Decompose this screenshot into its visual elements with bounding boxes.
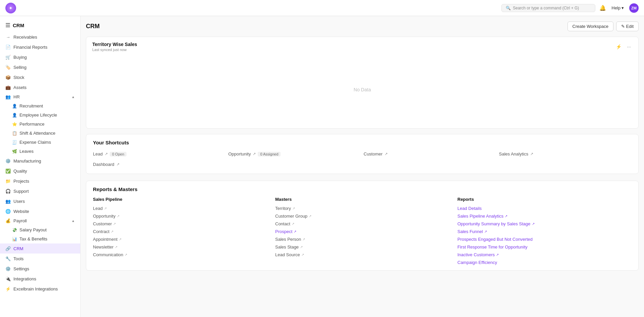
shortcut-customer[interactable]: Customer ↗: [364, 150, 496, 158]
list-item-territory[interactable]: Territory ↗: [275, 206, 449, 211]
list-item-appointment[interactable]: Appointment ↗: [93, 237, 267, 242]
list-item-sales-stage[interactable]: Sales Stage ↗: [275, 244, 449, 250]
sidebar-group-hr-label[interactable]: 👥 HR: [5, 94, 20, 99]
more-options-button[interactable]: ···: [626, 43, 632, 50]
chevron-up-icon: ▲: [71, 219, 75, 223]
sidebar-group-hr[interactable]: 👥 HR ▲: [0, 92, 80, 101]
list-item-campaign-efficiency[interactable]: Campaign Efficiency: [457, 260, 632, 265]
sidebar-item-receivables[interactable]: → Receivables: [0, 32, 80, 42]
sidebar-item-leaves[interactable]: 🌿 Leaves: [0, 147, 80, 156]
list-item-opportunity-summary[interactable]: Opportunity Summary by Sales Stage ↗: [457, 221, 632, 226]
sidebar-group-payroll[interactable]: 💰 Payroll ▲: [0, 216, 80, 225]
list-item-customer[interactable]: Customer ↗: [93, 221, 267, 226]
avatar[interactable]: ZM: [629, 3, 639, 13]
sidebar-item-label: Manufacturing: [13, 158, 41, 164]
layout: ☰ CRM → Receivables 📄 Financial Reports …: [0, 16, 644, 317]
list-item-opportunity[interactable]: Opportunity ↗: [93, 214, 267, 219]
filter-button[interactable]: ⚡: [614, 43, 623, 50]
list-item-sales-funnel[interactable]: Sales Funnel ↗: [457, 229, 632, 234]
sidebar-item-users[interactable]: 👥 Users: [0, 196, 80, 206]
help-label: Help: [611, 5, 621, 10]
sidebar-item-label: Projects: [13, 179, 29, 184]
sidebar-item-performance[interactable]: ⭐ Performance: [0, 120, 80, 129]
sidebar-item-label: Shift & Attendance: [19, 131, 55, 136]
arrow-right-icon: →: [5, 34, 11, 40]
sidebar-item-financial-reports[interactable]: 📄 Financial Reports: [0, 42, 80, 52]
sidebar-item-settings[interactable]: ⚙️ Settings: [0, 264, 80, 274]
sidebar-item-tools[interactable]: 🔧 Tools: [0, 254, 80, 264]
sidebar-item-tax-benefits[interactable]: 📊 Tax & Benefits: [0, 234, 80, 243]
sidebar-header: ☰ CRM: [0, 19, 80, 32]
list-item-prospects-engaged[interactable]: Prospects Engaged But Not Converted: [457, 237, 632, 242]
list-item-first-response-time[interactable]: First Response Time for Opportunity: [457, 244, 632, 250]
shortcut-sales-analytics[interactable]: Sales Analytics ↗: [499, 150, 632, 158]
list-item-lead[interactable]: Lead ↗: [93, 206, 267, 211]
masters-list: Territory ↗ Customer Group ↗ Contact ↗ P…: [275, 206, 449, 257]
users-icon: 👥: [5, 198, 11, 204]
reports-title: Reports: [457, 197, 632, 202]
sidebar-item-quality[interactable]: ✅ Quality: [0, 166, 80, 176]
arrow-icon: ↗: [302, 237, 305, 241]
list-item-lead-details[interactable]: Lead Details: [457, 206, 632, 211]
stock-icon: 📦: [5, 75, 11, 80]
list-item-customer-group[interactable]: Customer Group ↗: [275, 214, 449, 219]
sidebar-item-projects[interactable]: 📁 Projects: [0, 176, 80, 186]
chart-card-header: Territory Wise Sales Last synced just no…: [86, 37, 638, 54]
list-item-newsletter[interactable]: Newsletter ↗: [93, 244, 267, 250]
sidebar-item-salary-payout[interactable]: 💸 Salary Payout: [0, 225, 80, 234]
list-item-communication[interactable]: Communication ↗: [93, 252, 267, 257]
search-bar[interactable]: 🔍 Search or type a command (Ctrl + G): [501, 4, 595, 12]
sidebar-item-website[interactable]: 🌐 Website: [0, 206, 80, 216]
website-icon: 🌐: [5, 209, 11, 214]
arrow-icon: ↗: [105, 152, 108, 156]
sidebar-item-label: Tax & Benefits: [19, 236, 47, 241]
sidebar-item-employee-lifecycle[interactable]: 👤 Employee Lifecycle: [0, 110, 80, 120]
shortcut-dashboard[interactable]: Dashboard ↗: [93, 161, 226, 168]
quality-icon: ✅: [5, 168, 11, 174]
arrow-icon: ↗: [300, 245, 303, 249]
chart-title-group: Territory Wise Sales Last synced just no…: [92, 42, 137, 52]
sidebar-item-integrations[interactable]: 🔌 Integrations: [0, 274, 80, 284]
arrow-icon: ↗: [104, 207, 107, 210]
shortcut-opportunity[interactable]: Opportunity ↗ 0 Assigned: [228, 150, 361, 158]
arrow-icon: ↗: [294, 230, 296, 233]
sales-pipeline-col: Sales Pipeline Lead ↗ Opportunity ↗ Cust…: [93, 197, 267, 265]
arrow-icon: ↗: [116, 162, 119, 167]
sidebar-item-manufacturing[interactable]: ⚙️ Manufacturing: [0, 156, 80, 166]
list-item-sales-person[interactable]: Sales Person ↗: [275, 237, 449, 242]
sidebar-item-stock[interactable]: 📦 Stock: [0, 72, 80, 82]
shortcut-lead[interactable]: Lead ↗ 0 Open: [93, 150, 226, 158]
reports-masters-title: Reports & Masters: [92, 186, 632, 192]
help-menu[interactable]: Help ▾: [611, 5, 624, 10]
list-item-prospect[interactable]: Prospect ↗: [275, 229, 449, 234]
masters-col: Masters Territory ↗ Customer Group ↗ Con…: [275, 197, 449, 265]
list-item-lead-source[interactable]: Lead Source ↗: [275, 252, 449, 257]
sidebar-item-label: Selling: [13, 65, 27, 70]
chart-area: No Data: [86, 54, 638, 128]
sidebar-item-label: Buying: [13, 55, 27, 60]
sidebar-item-shift-attendance[interactable]: 📋 Shift & Attendance: [0, 129, 80, 138]
sidebar-item-label: Users: [13, 199, 25, 204]
sidebar-item-buying[interactable]: 🛒 Buying: [0, 52, 80, 62]
page-header: CRM Create Workspace ✎ Edit: [86, 21, 639, 31]
notification-bell-icon[interactable]: 🔔: [599, 5, 606, 11]
sales-pipeline-list: Lead ↗ Opportunity ↗ Customer ↗ Contract…: [93, 206, 267, 257]
arrow-icon: ↗: [496, 253, 499, 257]
sidebar-item-recruitment[interactable]: 👤 Recruitment: [0, 101, 80, 110]
list-item-sales-pipeline-analytics[interactable]: Sales Pipeline Analytics ↗: [457, 214, 632, 219]
sidebar-item-support[interactable]: 🎧 Support: [0, 186, 80, 196]
hamburger-icon[interactable]: ☰: [5, 22, 10, 29]
list-item-inactive-customers[interactable]: Inactive Customers ↗: [457, 252, 632, 257]
sidebar-item-label: Tools: [13, 256, 23, 261]
edit-button[interactable]: ✎ Edit: [616, 21, 639, 31]
sidebar-item-excelbrain[interactable]: ⚡ Excelbrain Integrations: [0, 284, 80, 294]
sidebar-item-crm[interactable]: 🔗 CRM: [0, 243, 80, 254]
sidebar-group-payroll-label[interactable]: 💰 Payroll: [5, 218, 27, 223]
list-item-contract[interactable]: Contract ↗: [93, 229, 267, 234]
sidebar-item-expense-claims[interactable]: 🧾 Expense Claims: [0, 138, 80, 147]
list-item-contact[interactable]: Contact ↗: [275, 221, 449, 226]
create-workspace-button[interactable]: Create Workspace: [567, 21, 613, 31]
sidebar-item-assets[interactable]: 💼 Assets: [0, 82, 80, 92]
arrow-icon: ↗: [292, 207, 295, 210]
sidebar-item-selling[interactable]: 🏷️ Selling: [0, 62, 80, 72]
